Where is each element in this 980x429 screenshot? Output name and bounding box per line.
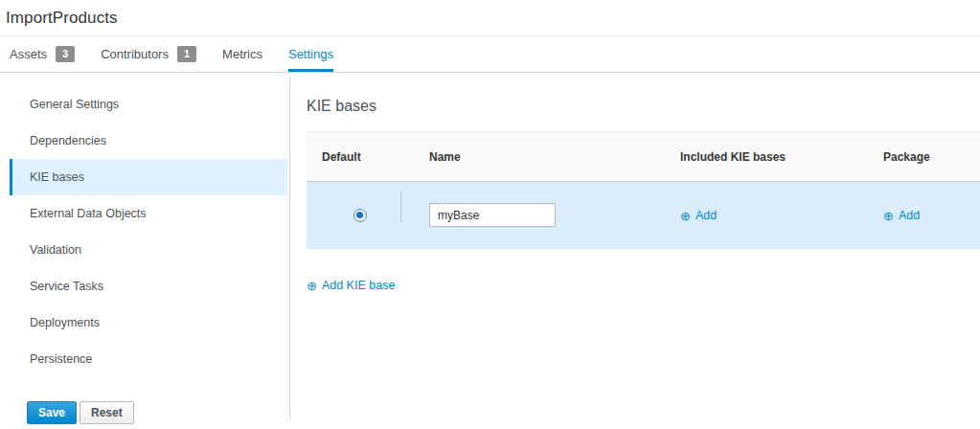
sidebar-item-general-settings[interactable]: General Settings <box>10 86 287 123</box>
tab-settings-label: Settings <box>288 47 333 61</box>
project-tab-bar: Assets 3 Contributors 1 Metrics Settings <box>0 35 980 73</box>
default-cell <box>307 209 414 222</box>
add-included-kie-base-link[interactable]: ⊕ Add <box>680 209 717 222</box>
add-kie-base-link[interactable]: ⊕ Add KIE base <box>307 279 395 292</box>
row-column-separator <box>400 191 401 221</box>
settings-sidebar: General Settings Dependencies KIE bases … <box>0 73 289 429</box>
sidebar-item-dependencies[interactable]: Dependencies <box>10 123 287 159</box>
contributors-count-badge: 1 <box>177 46 196 62</box>
tab-metrics[interactable]: Metrics <box>222 36 262 72</box>
add-included-kie-base-label: Add <box>695 209 717 222</box>
sidebar-actions: Save Reset <box>27 401 289 424</box>
tab-assets[interactable]: Assets 3 <box>10 36 75 72</box>
table-row: ⊕ Add ⊕ Add <box>307 182 980 249</box>
table-header-row: Default Name Included KIE bases Package <box>307 132 980 182</box>
kie-base-name-input[interactable] <box>429 203 556 227</box>
tab-metrics-label: Metrics <box>222 47 262 61</box>
add-package-label: Add <box>899 209 920 222</box>
kie-bases-table: Default Name Included KIE bases Package … <box>307 132 980 249</box>
sidebar-item-service-tasks[interactable]: Service Tasks <box>10 268 287 305</box>
package-cell: ⊕ Add <box>868 207 980 224</box>
sidebar-divider <box>289 79 290 418</box>
sidebar-item-validation[interactable]: Validation <box>10 232 287 268</box>
add-package-link[interactable]: ⊕ Add <box>883 209 920 222</box>
tab-settings[interactable]: Settings <box>288 36 333 72</box>
title-bar: ImportProducts <box>0 0 980 35</box>
included-kie-bases-cell: ⊕ Add <box>665 207 868 224</box>
add-kie-base-label: Add KIE base <box>322 279 395 292</box>
sidebar-item-kie-bases[interactable]: KIE bases <box>10 159 287 195</box>
tab-contributors-label: Contributors <box>101 47 169 61</box>
save-button[interactable]: Save <box>27 401 77 424</box>
column-header-name: Name <box>414 150 665 164</box>
reset-button[interactable]: Reset <box>80 401 134 424</box>
kie-bases-panel: KIE bases Default Name Included KIE base… <box>307 73 980 429</box>
page-title: ImportProducts <box>6 9 118 28</box>
sidebar-item-external-data-objects[interactable]: External Data Objects <box>10 195 287 232</box>
add-icon: ⊕ <box>883 210 894 222</box>
name-cell <box>414 203 665 227</box>
sidebar-item-persistence[interactable]: Persistence <box>10 341 287 377</box>
column-header-included-kie-bases: Included KIE bases <box>665 150 868 164</box>
add-icon: ⊕ <box>680 210 691 222</box>
column-header-package: Package <box>868 150 980 164</box>
sidebar-item-deployments[interactable]: Deployments <box>10 305 287 341</box>
section-heading: KIE bases <box>307 98 980 115</box>
tab-assets-label: Assets <box>10 47 47 61</box>
tab-contributors[interactable]: Contributors 1 <box>101 36 196 72</box>
settings-content: General Settings Dependencies KIE bases … <box>0 73 980 429</box>
default-radio[interactable] <box>353 209 367 222</box>
add-icon: ⊕ <box>307 280 317 292</box>
assets-count-badge: 3 <box>56 46 75 62</box>
column-header-default: Default <box>307 150 414 164</box>
